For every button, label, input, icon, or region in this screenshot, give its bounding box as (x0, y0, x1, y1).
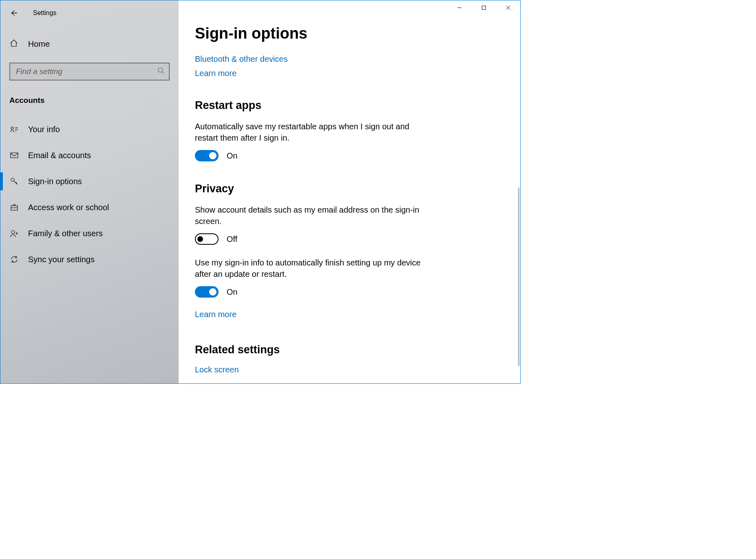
key-icon (9, 176, 19, 186)
nav-label: Your info (28, 125, 60, 134)
toggle-state-restart-apps: On (227, 151, 238, 161)
sidebar-item-home[interactable]: Home (0, 35, 179, 54)
link-privacy-learn-more[interactable]: Learn more (195, 310, 455, 319)
sidebar-header: Settings (0, 5, 179, 21)
svg-point-13 (11, 231, 15, 234)
home-label: Home (28, 39, 50, 49)
search-input-wrap[interactable] (9, 63, 170, 80)
nav-label: Sync your settings (28, 255, 94, 264)
close-button[interactable] (496, 0, 520, 15)
nav-label: Email & accounts (28, 151, 91, 160)
content-inner: Sign-in options Bluetooth & other device… (195, 25, 455, 383)
heading-related-settings: Related settings (195, 344, 455, 356)
svg-point-11 (11, 178, 14, 181)
toggle-auto-finish-setup[interactable] (195, 286, 218, 298)
nav-label: Family & other users (28, 229, 103, 238)
toggle-show-account-details[interactable] (195, 233, 218, 245)
svg-line-5 (162, 72, 164, 74)
maximize-button[interactable] (472, 0, 496, 15)
people-icon (9, 228, 19, 238)
heading-privacy: Privacy (195, 183, 455, 195)
sidebar: Settings Home Accounts Your info (0, 0, 179, 383)
sidebar-item-signin-options[interactable]: Sign-in options (0, 168, 179, 194)
svg-rect-10 (11, 153, 18, 158)
svg-rect-1 (482, 6, 486, 10)
toggle-row-restart-apps: On (195, 150, 455, 161)
sidebar-item-access-work-school[interactable]: Access work or school (0, 194, 179, 220)
toggle-state-privacy-2: On (227, 287, 238, 297)
link-bluetooth-devices[interactable]: Bluetooth & other devices (195, 54, 455, 64)
person-card-icon (9, 124, 19, 134)
scrollbar-thumb[interactable] (518, 187, 520, 366)
settings-window: Settings Home Accounts Your info (0, 0, 520, 383)
minimize-button[interactable] (447, 0, 472, 15)
svg-point-6 (11, 127, 13, 129)
briefcase-icon (9, 202, 19, 212)
sidebar-section-title: Accounts (0, 93, 179, 116)
search-input[interactable] (16, 67, 157, 76)
toggle-row-privacy-2: On (195, 286, 455, 298)
desc-restart-apps: Automatically save my restartable apps w… (195, 121, 431, 144)
sidebar-item-sync-settings[interactable]: Sync your settings (0, 246, 179, 272)
page-title: Sign-in options (195, 25, 455, 42)
toggle-restart-apps[interactable] (195, 150, 218, 161)
sync-icon (9, 254, 19, 264)
desc-privacy-1: Show account details such as my email ad… (195, 204, 431, 227)
nav-label: Sign-in options (28, 177, 82, 186)
app-title: Settings (33, 9, 57, 17)
sidebar-item-email-accounts[interactable]: Email & accounts (0, 142, 179, 168)
desc-privacy-2: Use my sign-in info to automatically fin… (195, 257, 431, 280)
toggle-state-privacy-1: Off (227, 235, 237, 244)
toggle-row-privacy-1: Off (195, 233, 455, 245)
home-icon (9, 39, 18, 50)
back-button[interactable] (9, 9, 17, 17)
search-icon (157, 67, 165, 76)
mail-icon (9, 150, 19, 160)
svg-point-4 (158, 67, 163, 72)
window-controls (447, 0, 520, 15)
link-lock-screen[interactable]: Lock screen (195, 365, 455, 374)
sidebar-item-family-users[interactable]: Family & other users (0, 220, 179, 246)
content-pane[interactable]: Sign-in options Bluetooth & other device… (179, 0, 520, 383)
search-container (0, 63, 179, 80)
nav-label: Access work or school (28, 203, 109, 212)
sidebar-item-your-info[interactable]: Your info (0, 116, 179, 142)
heading-restart-apps: Restart apps (195, 99, 455, 112)
link-learn-more[interactable]: Learn more (195, 69, 455, 78)
